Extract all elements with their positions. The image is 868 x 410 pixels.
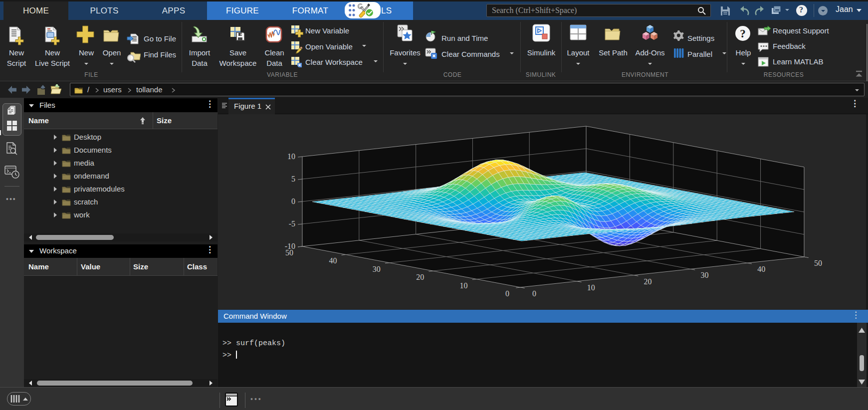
svg-text:30: 30: [700, 271, 708, 279]
svg-text:-5: -5: [289, 219, 295, 228]
svg-text:20: 20: [644, 277, 652, 286]
svg-text:-10: -10: [285, 242, 295, 250]
svg-text:0: 0: [505, 289, 509, 298]
svg-text:5: 5: [291, 175, 295, 183]
svg-text:30: 30: [373, 265, 381, 273]
svg-text:40: 40: [757, 265, 765, 273]
svg-text:50: 50: [814, 259, 822, 267]
svg-text:40: 40: [329, 256, 337, 265]
svg-text:20: 20: [416, 273, 424, 281]
svg-text:10: 10: [460, 281, 468, 290]
svg-text:?: ?: [740, 27, 746, 40]
svg-text:10: 10: [287, 152, 295, 161]
svg-text:10: 10: [587, 283, 595, 292]
svg-text:0: 0: [532, 289, 536, 298]
svg-text:0: 0: [291, 197, 295, 205]
